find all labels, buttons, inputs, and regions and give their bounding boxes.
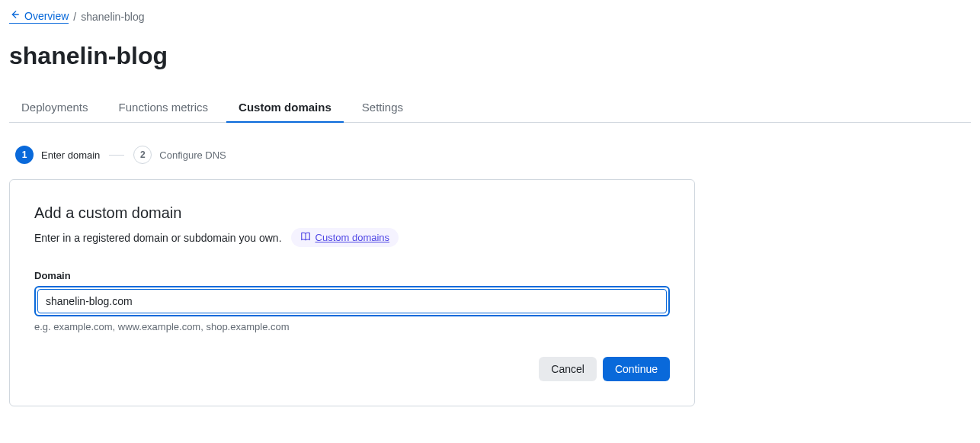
help-link-label: Custom domains xyxy=(315,232,390,243)
domain-input[interactable] xyxy=(37,289,667,313)
tabs: Deployments Functions metrics Custom dom… xyxy=(9,93,971,123)
tab-functions-metrics[interactable]: Functions metrics xyxy=(107,93,221,123)
add-domain-card: Add a custom domain Enter in a registere… xyxy=(9,179,695,406)
card-title: Add a custom domain xyxy=(34,204,670,222)
card-subtitle: Enter in a registered domain or subdomai… xyxy=(34,232,282,244)
cancel-button[interactable]: Cancel xyxy=(539,357,597,381)
domain-help-text: e.g. example.com, www.example.com, shop.… xyxy=(34,321,670,332)
breadcrumb-current: shanelin-blog xyxy=(81,11,144,23)
step-number-2: 2 xyxy=(133,146,152,164)
book-icon xyxy=(300,231,311,244)
breadcrumb-separator: / xyxy=(73,11,76,23)
tab-custom-domains[interactable]: Custom domains xyxy=(226,93,344,123)
card-subtitle-row: Enter in a registered domain or subdomai… xyxy=(34,228,670,247)
tab-settings[interactable]: Settings xyxy=(350,93,415,123)
breadcrumb-back-link[interactable]: Overview xyxy=(9,9,69,24)
arrow-left-icon xyxy=(9,9,20,22)
custom-domains-help-link[interactable]: Custom domains xyxy=(291,228,399,247)
step-label-2: Configure DNS xyxy=(159,149,226,161)
page-title: shanelin-blog xyxy=(9,42,971,70)
breadcrumb: Overview / shanelin-blog xyxy=(9,9,971,24)
step-enter-domain: 1 Enter domain xyxy=(15,146,100,164)
step-configure-dns: 2 Configure DNS xyxy=(133,146,226,164)
step-connector xyxy=(109,155,124,156)
continue-button[interactable]: Continue xyxy=(603,357,670,381)
domain-field-label: Domain xyxy=(34,270,670,281)
stepper: 1 Enter domain 2 Configure DNS xyxy=(15,146,971,164)
step-number-1: 1 xyxy=(15,146,34,164)
card-actions: Cancel Continue xyxy=(34,357,670,381)
tab-deployments[interactable]: Deployments xyxy=(9,93,101,123)
breadcrumb-back-label: Overview xyxy=(24,10,69,22)
step-label-1: Enter domain xyxy=(41,149,100,161)
domain-input-wrapper xyxy=(34,286,670,316)
